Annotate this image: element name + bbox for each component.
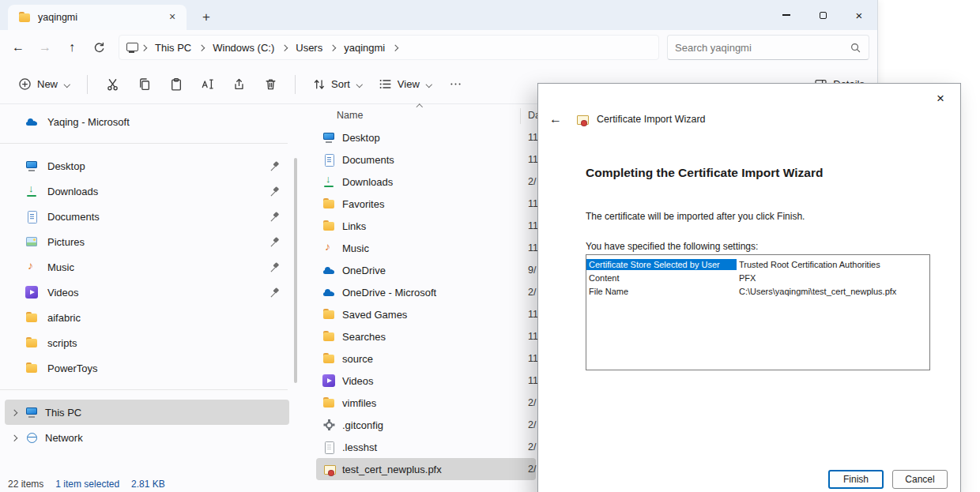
expand-chevron-icon[interactable] (11, 434, 18, 441)
file-row[interactable]: .lesshst 2/ (316, 436, 536, 458)
pin-icon (270, 186, 280, 197)
file-row[interactable]: Searches 11 (316, 325, 536, 347)
refresh-button[interactable] (85, 34, 112, 61)
chevron-right-icon (198, 44, 205, 51)
share-button[interactable] (224, 71, 254, 98)
breadcrumb-item[interactable]: Windows (C:) (208, 39, 279, 57)
sidebar-item-label: Pictures (47, 236, 85, 248)
new-button[interactable]: New (11, 71, 77, 98)
search-input[interactable] (675, 42, 850, 54)
copy-button[interactable] (129, 71, 159, 98)
explorer-tab[interactable]: yaqingmi × (8, 5, 187, 30)
wizard-back-button[interactable]: ← (549, 112, 567, 126)
breadcrumb-item[interactable]: yaqingmi (339, 39, 390, 57)
file-row[interactable]: Saved Games 11 (316, 303, 536, 325)
sidebar-item-label: Network (45, 432, 83, 444)
new-tab-button[interactable]: + (196, 7, 217, 28)
maximize-button[interactable] (805, 0, 841, 30)
sidebar-item[interactable]: aifabric (5, 305, 289, 330)
file-row[interactable]: Documents 11 (316, 148, 536, 171)
maximize-icon (820, 12, 827, 19)
scrollbar[interactable] (294, 158, 297, 383)
cut-button[interactable] (97, 71, 127, 98)
file-list: Name Da Desktop 11 Documents 11 (316, 106, 553, 476)
file-row[interactable]: source 11 (316, 347, 536, 370)
file-icon (322, 441, 335, 453)
finish-button[interactable]: Finish (828, 470, 884, 489)
sidebar-item[interactable]: Documents (5, 204, 289, 229)
sidebar-item-onedrive[interactable]: Yaqing - Microsoft (5, 109, 289, 134)
view-button-label: View (398, 78, 420, 90)
file-date: 2/ (528, 419, 536, 430)
file-name: Documents (342, 154, 394, 166)
file-name: .gitconfig (342, 419, 383, 431)
tab-close-icon[interactable]: × (164, 9, 180, 25)
setting-row[interactable]: Certificate Store Selected by User Trust… (586, 257, 929, 271)
sidebar-item[interactable]: scripts (5, 330, 289, 355)
sidebar-item[interactable]: This PC (5, 400, 289, 425)
file-row[interactable]: .gitconfig 2/ (316, 414, 536, 436)
file-icon (322, 330, 335, 343)
paste-icon (169, 77, 183, 91)
sidebar-item-label: Music (47, 261, 74, 273)
sidebar-pinned-list: Desktop Downloads Documents P (0, 153, 294, 381)
settings-list[interactable]: Certificate Store Selected by User Trust… (586, 254, 930, 370)
file-row[interactable]: test_cert_newplus.pfx 2/ (316, 458, 536, 480)
file-row[interactable]: Desktop 11 (316, 126, 536, 148)
settings-label: You have specified the following setting… (586, 241, 758, 252)
more-options-button[interactable] (441, 71, 471, 98)
close-button[interactable]: × (841, 0, 877, 30)
file-name: Videos (342, 375, 374, 387)
dialog-close-button[interactable]: × (929, 89, 952, 108)
cancel-button[interactable]: Cancel (892, 470, 948, 489)
sort-button[interactable]: Sort (305, 71, 370, 98)
sidebar-item[interactable]: PowerToys (5, 355, 289, 381)
breadcrumb-item[interactable]: Users (291, 39, 327, 57)
file-row[interactable]: OneDrive - Microsoft 2/ (316, 281, 536, 303)
tab-title: yaqingmi (38, 12, 157, 23)
breadcrumb-item[interactable]: This PC (150, 39, 196, 57)
column-header-name[interactable]: Name (337, 110, 363, 121)
new-button-label: New (37, 78, 58, 90)
file-name: Searches (342, 331, 386, 343)
sidebar-item[interactable]: Music (5, 254, 289, 280)
trash-icon (264, 77, 277, 91)
sidebar-item-label: PowerToys (47, 362, 98, 374)
expand-chevron-icon[interactable] (11, 409, 18, 416)
column-divider[interactable] (520, 108, 521, 124)
sidebar-item[interactable]: Videos (5, 280, 289, 305)
file-row[interactable]: Links 11 (316, 215, 536, 237)
sidebar-item[interactable]: Pictures (5, 229, 289, 254)
delete-button[interactable] (255, 71, 285, 98)
back-button[interactable]: ← (5, 34, 32, 61)
file-date: 2/ (528, 176, 536, 187)
file-row[interactable]: Favorites 11 (316, 193, 536, 215)
up-button[interactable]: ↑ (58, 34, 85, 61)
breadcrumb-items: This PC Windows (C:) Users yaqingmi (150, 39, 399, 57)
sidebar-item-icon (25, 160, 38, 172)
sidebar-system-list: This PC Network (0, 400, 294, 450)
sidebar-item[interactable]: Desktop (5, 153, 289, 178)
setting-row[interactable]: Content PFX (586, 271, 929, 284)
paste-button[interactable] (160, 71, 190, 98)
file-row[interactable]: vimfiles 2/ (316, 392, 536, 414)
wizard-title: Certificate Import Wizard (597, 114, 706, 125)
file-row[interactable]: OneDrive 9/ (316, 259, 536, 281)
certificate-import-wizard-dialog: × ← Certificate Import Wizard Completing… (537, 83, 961, 492)
minimize-button[interactable] (768, 0, 805, 30)
toolbar-divider (295, 75, 296, 94)
pin-icon (270, 262, 280, 272)
rename-button[interactable] (192, 71, 222, 98)
file-row[interactable]: Videos 11 (316, 370, 536, 392)
forward-button[interactable]: → (32, 34, 58, 61)
file-row[interactable]: Downloads 2/ (316, 171, 536, 193)
chevron-down-icon (425, 81, 432, 88)
file-row[interactable]: Music 11 (316, 237, 536, 259)
sidebar-item[interactable]: Downloads (5, 178, 289, 204)
sidebar-item[interactable]: Network (5, 425, 289, 450)
setting-value: Trusted Root Certification Authorities (737, 259, 883, 270)
view-button[interactable]: View (371, 71, 439, 98)
sidebar-item-icon (25, 210, 38, 223)
setting-row[interactable]: File Name C:\Users\yaqingmi\test_cert_ne… (586, 284, 929, 298)
sidebar-item-label: Desktop (47, 160, 85, 172)
